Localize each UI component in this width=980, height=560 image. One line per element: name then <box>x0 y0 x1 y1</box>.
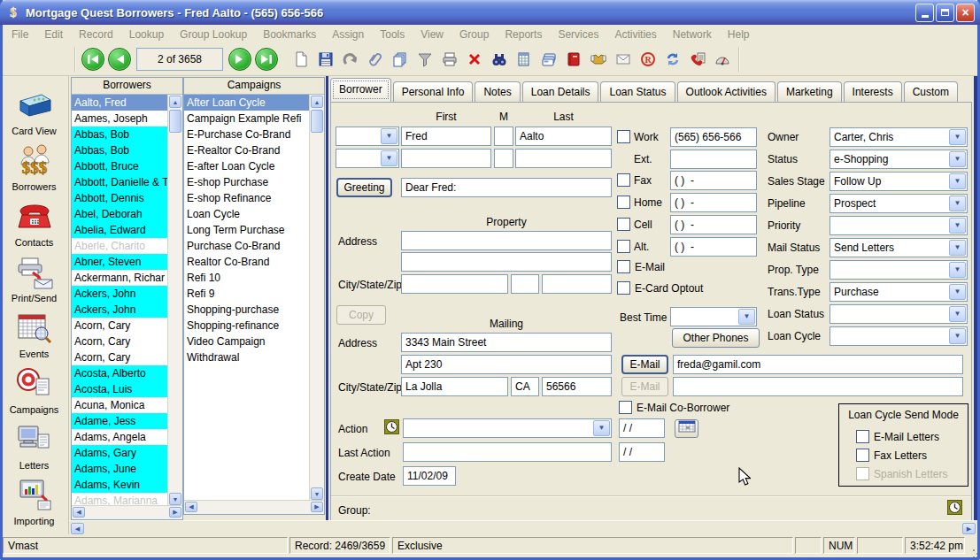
alt-phone-field[interactable]: ( ) - <box>670 237 757 257</box>
borrower-row[interactable]: Adams, Angela <box>72 429 168 445</box>
property-city-field[interactable] <box>401 274 508 294</box>
campaign-row[interactable]: Campaign Example Refi <box>184 111 310 127</box>
action-clock-icon[interactable] <box>384 419 399 437</box>
chevron-down-icon[interactable]: ▼ <box>949 328 966 344</box>
co-title-select[interactable]: ▼ <box>336 149 399 168</box>
borrower-row[interactable]: Adams, Marianna <box>72 493 168 506</box>
campaign-row[interactable]: Refi 10 <box>184 270 310 286</box>
co-middle-name-field[interactable] <box>494 149 513 168</box>
form-scroll-right-icon[interactable]: ▶ <box>962 523 976 534</box>
resize-grip[interactable] <box>973 549 975 551</box>
email-send-button[interactable]: E-Mail <box>621 355 668 374</box>
chevron-down-icon[interactable]: ▼ <box>949 173 966 189</box>
chevron-down-icon[interactable]: ▼ <box>949 306 966 322</box>
title-select[interactable]: ▼ <box>336 127 399 146</box>
borrower-row[interactable]: Ackermann, Richar <box>72 270 168 286</box>
chevron-down-icon[interactable]: ▼ <box>949 240 966 256</box>
group-clock-icon[interactable] <box>947 500 962 518</box>
last-name-field[interactable]: Aalto <box>515 127 612 146</box>
menu-activities[interactable]: Activities <box>606 27 664 42</box>
email2-send-button[interactable]: E-Mail <box>621 377 668 396</box>
campaigns-scroll-thumb[interactable] <box>311 110 323 133</box>
first-record-button[interactable] <box>81 48 104 71</box>
co-last-name-field[interactable] <box>515 149 612 168</box>
borrower-row[interactable]: Abbas, Bob <box>72 142 168 158</box>
borrowers-hscrollbar[interactable]: ◀ ▶ <box>72 505 182 519</box>
tab-personal-info[interactable]: Personal Info <box>393 81 474 102</box>
campaigns-scroll-right-icon[interactable]: ▶ <box>311 502 323 512</box>
campaign-row[interactable]: Shopping-refinance <box>184 318 310 334</box>
borrower-row[interactable]: Abbas, Bob <box>72 127 168 142</box>
tab-interests[interactable]: Interests <box>844 81 902 102</box>
menu-file[interactable]: File <box>4 27 36 42</box>
menu-help[interactable]: Help <box>720 27 758 42</box>
cell-phone-checkbox[interactable] <box>617 218 630 231</box>
campaigns-scroll-left-icon[interactable]: ◀ <box>185 502 197 512</box>
campaign-row[interactable]: Withdrawal <box>184 349 310 365</box>
action-date-field[interactable]: / / <box>619 418 665 438</box>
prop-type-select[interactable]: ▼ <box>830 260 968 280</box>
borrowers-scroll-right-icon[interactable]: ▶ <box>169 507 181 518</box>
borrower-row[interactable]: Abbott, Bruce <box>72 158 168 174</box>
next-record-button[interactable] <box>228 48 251 71</box>
action-select[interactable]: ▼ <box>403 418 612 438</box>
loan-cycle-select[interactable]: ▼ <box>830 326 968 346</box>
print-button[interactable] <box>437 47 462 72</box>
borrower-row[interactable]: Ackers, John <box>72 286 168 302</box>
tab-notes[interactable]: Notes <box>475 81 520 102</box>
borrower-row[interactable]: Ackers, John <box>72 302 168 318</box>
borrower-row[interactable]: Abel, Deborah <box>72 206 168 222</box>
ecard-optout-checkbox[interactable] <box>617 281 630 295</box>
save-button[interactable] <box>313 47 338 72</box>
trans-type-select[interactable]: Purchase▼ <box>830 282 968 302</box>
borrower-row[interactable]: Acorn, Cary <box>72 334 168 349</box>
handshake-button[interactable] <box>586 47 611 72</box>
campaign-row[interactable]: Long Term Purchase <box>184 222 310 238</box>
borrowers-scroll-thumb[interactable] <box>169 110 181 133</box>
previous-record-button[interactable] <box>108 48 131 71</box>
email-checkbox[interactable] <box>617 260 630 273</box>
borrower-row[interactable]: Acuna, Monica <box>72 397 168 413</box>
menu-network[interactable]: Network <box>665 27 720 42</box>
menu-services[interactable]: Services <box>550 27 606 42</box>
menu-edit[interactable]: Edit <box>36 27 71 42</box>
borrower-row[interactable]: Adame, Jess <box>72 413 168 429</box>
mailing-address2-field[interactable]: Apt 230 <box>401 355 612 374</box>
chevron-down-icon[interactable]: ▼ <box>738 309 755 325</box>
chevron-down-icon[interactable]: ▼ <box>949 129 966 145</box>
best-time-select[interactable]: ▼ <box>670 307 757 326</box>
campaign-row[interactable]: Shopping-purchase <box>184 302 310 318</box>
email-coborrower-checkbox[interactable] <box>619 401 632 414</box>
borrower-row[interactable]: Aalto, Fred <box>72 95 168 111</box>
close-button[interactable]: × <box>956 4 975 22</box>
last-action-field[interactable] <box>403 442 612 462</box>
work-phone-checkbox[interactable] <box>617 130 630 143</box>
form-scroll-left-icon[interactable]: ◀ <box>71 523 84 534</box>
home-phone-field[interactable]: ( ) - <box>670 193 757 212</box>
campaign-row[interactable]: Purchase Co-Brand <box>184 238 310 254</box>
chevron-down-icon[interactable]: ▼ <box>949 284 966 300</box>
report-button[interactable] <box>512 47 536 72</box>
borrower-row[interactable]: Acorn, Cary <box>72 318 168 334</box>
delete-button[interactable] <box>462 47 487 72</box>
campaign-row[interactable]: Realtor Co-Brand <box>184 254 310 270</box>
campaign-row[interactable]: Video Campaign <box>184 334 310 349</box>
borrowers-scrollbar[interactable]: ▲ ▼ <box>167 95 182 506</box>
campaign-row[interactable]: E-shop Purchase <box>184 174 310 190</box>
mailing-zip-field[interactable]: 56566 <box>542 377 612 396</box>
campaigns-scrollbar[interactable]: ▲ ▼ <box>309 95 324 501</box>
other-phones-button[interactable]: Other Phones <box>672 328 760 348</box>
sidebar-item-borrowers[interactable]: $$$Borrowers <box>2 136 67 192</box>
email-address-field[interactable]: freda@gamil.com <box>673 355 963 374</box>
email2-address-field[interactable] <box>673 377 963 396</box>
tab-marketing[interactable]: Marketing <box>777 81 842 102</box>
chevron-down-icon[interactable]: ▼ <box>949 151 966 167</box>
co-first-name-field[interactable] <box>401 149 491 168</box>
borrower-row[interactable]: Abbott, Danielle & T <box>72 174 168 190</box>
campaign-row[interactable]: E-Realtor Co-Brand <box>184 142 310 158</box>
filter-button[interactable] <box>413 47 437 72</box>
campaign-row[interactable]: E-Purchase Co-Brand <box>184 127 310 142</box>
property-zip-field[interactable] <box>542 274 612 294</box>
pipeline-select[interactable]: Prospect▼ <box>830 194 968 213</box>
form-hscrollbar[interactable]: ◀ ▶ <box>69 520 977 535</box>
